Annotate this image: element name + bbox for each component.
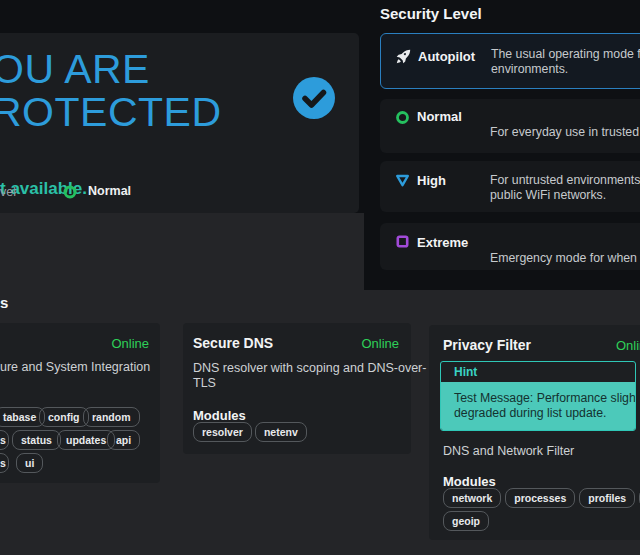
subsystem-description-line2: TLS — [193, 376, 216, 390]
status-badge: Online — [111, 336, 149, 351]
protection-status-card: OU ARE ROTECTED t available. vel Normal — [0, 33, 359, 213]
hint-header: Hint — [441, 362, 635, 382]
module-tag: processes — [505, 488, 575, 508]
modules-heading: Modules — [443, 474, 496, 489]
protection-headline-line1: OU ARE — [0, 48, 222, 91]
protection-headline-line2: ROTECTED — [0, 91, 222, 134]
module-tag: resolver — [193, 422, 252, 442]
check-circle-icon — [292, 76, 336, 120]
option-desc-line2: public WiFi networks. — [490, 188, 606, 202]
hint-label: Hint — [454, 365, 477, 379]
hint-message: Test Message: Performance slightly degra… — [441, 382, 635, 430]
option-label-autopilot: Autopilot — [418, 49, 475, 64]
normal-ring-icon — [63, 185, 77, 199]
option-desc-line1: For everyday use in trusted envi — [490, 125, 640, 139]
subsystems-header-fragment: s — [0, 294, 8, 311]
subsystem-card-privacy-filter[interactable]: Privacy Filter Online Hint Test Message:… — [429, 325, 640, 540]
protection-headline: OU ARE ROTECTED — [0, 48, 222, 134]
option-label-high: High — [417, 173, 446, 188]
subsystem-description: DNS and Network Filter — [443, 444, 574, 458]
hint-message-line2: degraded during list update. — [454, 406, 606, 420]
subsystem-title: Secure DNS — [193, 335, 273, 351]
ring-icon — [395, 110, 410, 125]
status-badge: Online — [361, 336, 399, 351]
app-window: OU ARE ROTECTED t available. vel Normal … — [0, 0, 640, 555]
subsystem-description-line1: DNS resolver with scoping and DNS-over- — [193, 361, 426, 375]
subsystem-description-fragment: ure and System Integration — [0, 360, 150, 374]
security-level-label-fragment: vel — [0, 185, 16, 199]
subsystem-card-secure-dns[interactable]: Secure DNS Online DNS resolver with scop… — [183, 323, 411, 454]
security-option-extreme[interactable]: Extreme Emergency mode for when you p — [380, 223, 640, 270]
module-tag: network — [443, 488, 501, 508]
hint-message-line1: Test Message: Performance slightly — [454, 391, 636, 405]
status-badge: Online — [616, 338, 640, 353]
hint-notification: Hint Test Message: Performance slightly … — [440, 361, 636, 431]
subsystem-card-core[interactable]: Online ure and System Integration tabase… — [0, 323, 160, 483]
triangle-down-icon — [395, 173, 410, 188]
square-frame-icon — [395, 234, 410, 249]
module-tag-row: geoip — [443, 511, 489, 531]
option-desc-line1: The usual operating mode for tr — [491, 47, 640, 61]
module-tag: ui — [16, 453, 43, 473]
module-tag-row: network processes profiles intel — [443, 488, 640, 508]
security-option-high[interactable]: High For untrusted environments, suc pub… — [380, 161, 640, 212]
option-label-extreme: Extreme — [417, 235, 468, 250]
module-tag: profiles — [579, 488, 635, 508]
subsystem-title: Privacy Filter — [443, 337, 531, 353]
module-tag: netenv — [255, 422, 307, 442]
option-desc-line2: environments. — [491, 62, 568, 76]
security-option-autopilot[interactable]: Autopilot The usual operating mode for t… — [380, 33, 640, 89]
module-tag: geoip — [443, 511, 489, 531]
module-tag-cut: s — [0, 453, 9, 473]
module-tag-row: resolver netenv — [193, 422, 307, 442]
security-level-section-title: Security Level — [380, 5, 482, 22]
module-tag: random — [83, 407, 140, 427]
module-tag-cut: s — [0, 430, 9, 450]
module-tag: status — [12, 430, 61, 450]
module-tag: config — [39, 407, 89, 427]
current-security-level-value: Normal — [88, 184, 131, 198]
option-desc-line1: For untrusted environments, suc — [490, 173, 640, 187]
security-option-normal[interactable]: Normal For everyday use in trusted envi — [380, 99, 640, 153]
rocket-icon — [396, 49, 411, 64]
module-tag: api — [107, 430, 140, 450]
modules-heading: Modules — [193, 408, 246, 423]
option-label-normal: Normal — [417, 109, 462, 124]
option-desc-line1: Emergency mode for when you p — [490, 251, 640, 265]
